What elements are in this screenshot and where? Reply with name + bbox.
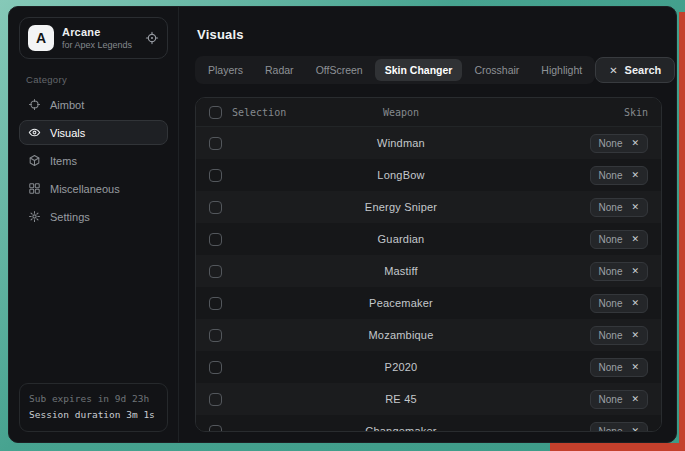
skin-select-chip[interactable]: None ✕ <box>590 262 648 281</box>
skin-value: None <box>599 170 623 181</box>
column-header-weapon: Weapon <box>359 107 498 118</box>
sidebar-nav: Aimbot Visuals Items Miscellaneous Setti… <box>19 92 168 232</box>
page-title: Visuals <box>197 27 662 42</box>
table-row: LongBow None ✕ <box>196 159 661 191</box>
skin-value: None <box>599 394 623 405</box>
sidebar-item-aimbot[interactable]: Aimbot <box>19 92 168 117</box>
search-button-label: Search <box>625 64 662 76</box>
row-checkbox[interactable] <box>209 329 222 342</box>
row-checkbox[interactable] <box>209 361 222 374</box>
column-header-skin: Skin <box>498 107 648 118</box>
table-row: Guardian None ✕ <box>196 223 661 255</box>
weapon-name: Mastiff <box>359 265 498 277</box>
sidebar-item-label: Visuals <box>50 127 85 139</box>
clear-skin-icon[interactable]: ✕ <box>631 362 639 372</box>
weapon-name: Peacemaker <box>359 297 498 309</box>
main-panel: Visuals Players Radar OffScreen Skin Cha… <box>179 7 676 442</box>
clear-skin-icon[interactable]: ✕ <box>631 426 639 432</box>
clear-skin-icon[interactable]: ✕ <box>631 170 639 180</box>
weapon-name: LongBow <box>359 169 498 181</box>
table-row: Windman None ✕ <box>196 127 661 159</box>
sidebar-item-visuals[interactable]: Visuals <box>19 120 168 145</box>
skin-select-chip[interactable]: None ✕ <box>590 326 648 345</box>
skin-select-chip[interactable]: None ✕ <box>590 166 648 185</box>
skin-value: None <box>599 426 623 433</box>
tab-offscreen[interactable]: OffScreen <box>306 59 373 81</box>
table-row: Mozambique None ✕ <box>196 319 661 351</box>
row-checkbox[interactable] <box>209 201 222 214</box>
weapon-name: Energy Sniper <box>359 201 498 213</box>
row-checkbox[interactable] <box>209 233 222 246</box>
skin-select-chip[interactable]: None ✕ <box>590 358 648 377</box>
row-checkbox[interactable] <box>209 137 222 150</box>
tab-highlight[interactable]: Highlight <box>531 59 592 81</box>
clear-skin-icon[interactable]: ✕ <box>631 298 639 308</box>
skin-value: None <box>599 138 623 149</box>
app-titles: Arcane for Apex Legends <box>62 26 132 50</box>
tab-players[interactable]: Players <box>198 59 253 81</box>
search-button[interactable]: ✕ Search <box>595 57 675 83</box>
desktop-red-strip-bottom <box>550 443 685 451</box>
select-all-checkbox[interactable] <box>209 106 222 119</box>
table-row: RE 45 None ✕ <box>196 383 661 415</box>
app-header-card: A Arcane for Apex Legends <box>19 17 168 59</box>
clear-skin-icon[interactable]: ✕ <box>631 234 639 244</box>
row-checkbox[interactable] <box>209 425 222 433</box>
weapon-name: Windman <box>359 137 498 149</box>
eye-icon <box>28 126 41 139</box>
app-logo: A <box>28 25 54 51</box>
session-duration-text: Session duration 3m 1s <box>29 407 158 424</box>
clear-skin-icon[interactable]: ✕ <box>631 266 639 276</box>
sidebar-item-label: Settings <box>50 211 90 223</box>
tab-radar[interactable]: Radar <box>255 59 304 81</box>
sidebar-item-miscellaneous[interactable]: Miscellaneous <box>19 176 168 201</box>
skin-value: None <box>599 202 623 213</box>
skin-changer-table: Selection Weapon Skin Windman None ✕ Lon… <box>195 97 662 432</box>
table-row: Energy Sniper None ✕ <box>196 191 661 223</box>
app-title: Arcane <box>62 26 132 38</box>
table-body: Windman None ✕ LongBow None ✕ Energy Sni… <box>196 127 661 432</box>
skin-value: None <box>599 298 623 309</box>
table-row: Peacemaker None ✕ <box>196 287 661 319</box>
table-row: Changemaker None ✕ <box>196 415 661 432</box>
row-checkbox[interactable] <box>209 393 222 406</box>
weapon-name: Mozambique <box>359 329 498 341</box>
row-checkbox[interactable] <box>209 169 222 182</box>
grid-icon <box>28 182 41 195</box>
row-checkbox[interactable] <box>209 297 222 310</box>
column-header-selection: Selection <box>232 107 286 118</box>
sub-expires-text: Sub expires in 9d 23h <box>29 391 158 408</box>
skin-value: None <box>599 266 623 277</box>
table-row: Mastiff None ✕ <box>196 255 661 287</box>
weapon-name: P2020 <box>359 361 498 373</box>
tab-row: Players Radar OffScreen Skin Changer Cro… <box>195 56 662 84</box>
crosshair-icon <box>28 98 41 111</box>
session-info-card: Sub expires in 9d 23h Session duration 3… <box>19 383 168 432</box>
sidebar-item-items[interactable]: Items <box>19 148 168 173</box>
app-subtitle: for Apex Legends <box>62 40 132 50</box>
tab-strip: Players Radar OffScreen Skin Changer Cro… <box>195 56 595 84</box>
sidebar: A Arcane for Apex Legends Category Aimbo… <box>9 7 179 442</box>
skin-value: None <box>599 362 623 373</box>
skin-select-chip[interactable]: None ✕ <box>590 230 648 249</box>
skin-select-chip[interactable]: None ✕ <box>590 294 648 313</box>
clear-skin-icon[interactable]: ✕ <box>631 138 639 148</box>
clear-skin-icon[interactable]: ✕ <box>631 330 639 340</box>
skin-select-chip[interactable]: None ✕ <box>590 198 648 217</box>
skin-select-chip[interactable]: None ✕ <box>590 134 648 153</box>
sidebar-item-label: Items <box>50 155 77 167</box>
tab-crosshair[interactable]: Crosshair <box>464 59 529 81</box>
skin-select-chip[interactable]: None ✕ <box>590 390 648 409</box>
cube-icon <box>28 154 41 167</box>
weapon-name: RE 45 <box>359 393 498 405</box>
row-checkbox[interactable] <box>209 265 222 278</box>
target-icon[interactable] <box>145 31 159 45</box>
clear-skin-icon[interactable]: ✕ <box>631 202 639 212</box>
skin-value: None <box>599 330 623 341</box>
sidebar-item-settings[interactable]: Settings <box>19 204 168 229</box>
tab-skin-changer[interactable]: Skin Changer <box>375 59 463 81</box>
clear-skin-icon[interactable]: ✕ <box>631 394 639 404</box>
skin-select-chip[interactable]: None ✕ <box>590 422 648 433</box>
skin-value: None <box>599 234 623 245</box>
x-icon: ✕ <box>609 65 617 76</box>
